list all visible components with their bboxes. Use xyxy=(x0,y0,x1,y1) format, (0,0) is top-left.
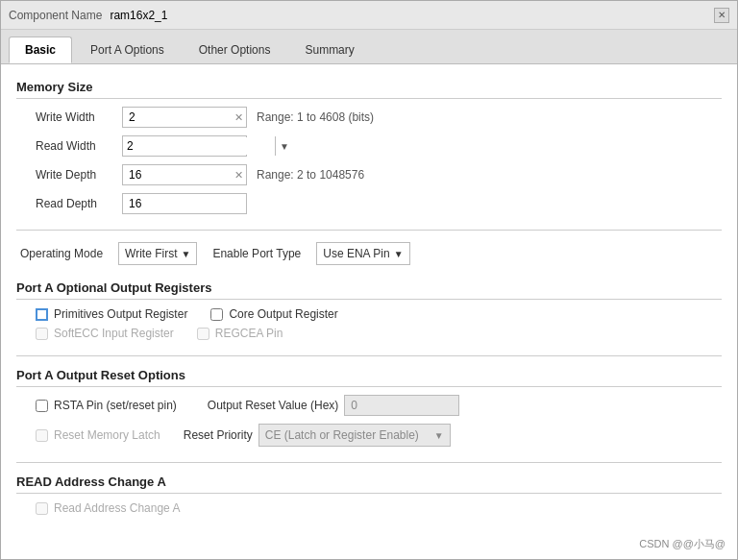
enable-port-type-label: Enable Port Type xyxy=(212,247,301,260)
optional-registers-row2: SoftECC Input Register REGCEA Pin xyxy=(16,327,722,340)
rsta-label: RSTA Pin (set/reset pin) xyxy=(54,399,177,412)
main-window: Component Name ram16x2_1 ✕ Basic Port A … xyxy=(0,0,738,560)
write-depth-clear-icon[interactable]: ✕ xyxy=(234,169,243,182)
rsta-checkbox[interactable] xyxy=(36,400,48,412)
read-width-dropdown-icon[interactable]: ▼ xyxy=(275,136,293,156)
read-address-row: Read Address Change A xyxy=(16,501,722,515)
enable-port-type-value: Use ENA Pin xyxy=(323,247,389,260)
read-depth-input[interactable] xyxy=(122,193,247,214)
soft-ecc-checkbox-item: SoftECC Input Register xyxy=(36,327,174,340)
enable-port-type-select[interactable]: Use ENA Pin ▼ xyxy=(316,242,409,265)
reset-priority-select: CE (Latch or Register Enable) ▼ xyxy=(258,424,451,447)
primitives-output-label: Primitives Output Register xyxy=(54,307,187,321)
output-reset-input xyxy=(344,395,459,416)
tab-port-a-options[interactable]: Port A Options xyxy=(74,37,181,63)
read-width-label: Read Width xyxy=(36,139,122,153)
operating-mode-row: Operating Mode Write First ▼ Enable Port… xyxy=(16,242,722,265)
optional-registers-row1: Primitives Output Register Core Output R… xyxy=(16,307,722,321)
read-address-label: Read Address Change A xyxy=(54,501,180,515)
read-width-input-wrapper: ▼ xyxy=(122,135,247,157)
close-button[interactable]: ✕ xyxy=(714,8,729,23)
write-depth-label: Write Depth xyxy=(36,168,122,182)
tab-other-options[interactable]: Other Options xyxy=(183,37,287,63)
memory-size-title: Memory Size xyxy=(16,80,722,99)
write-depth-input[interactable] xyxy=(122,164,247,185)
port-a-reset-section: Port A Output Reset Options RSTA Pin (se… xyxy=(16,368,722,447)
reset-memory-checkbox-item: Reset Memory Latch xyxy=(36,428,160,442)
read-address-title: READ Address Change A xyxy=(16,475,722,494)
read-depth-row: Read Depth xyxy=(16,193,722,214)
operating-mode-value: Write First xyxy=(125,247,177,260)
read-address-section: READ Address Change A Read Address Chang… xyxy=(16,475,722,515)
port-a-optional-section: Port A Optional Output Registers Primiti… xyxy=(16,280,722,340)
read-width-input[interactable] xyxy=(123,137,275,155)
reset-priority-value: CE (Latch or Register Enable) xyxy=(265,428,430,442)
write-depth-hint: Range: 2 to 1048576 xyxy=(257,168,364,182)
read-address-checkbox-item: Read Address Change A xyxy=(36,501,180,515)
reset-memory-checkbox xyxy=(36,429,48,442)
core-output-label: Core Output Register xyxy=(229,307,337,321)
title-label: Component Name xyxy=(9,9,102,22)
close-icon: ✕ xyxy=(718,10,726,20)
reset-priority-arrow-icon: ▼ xyxy=(434,430,444,441)
primitives-output-checkbox[interactable] xyxy=(36,308,48,321)
watermark: CSDN @@小马@ xyxy=(639,537,726,551)
rsta-checkbox-item: RSTA Pin (set/reset pin) xyxy=(36,399,177,412)
write-width-input-wrapper: ✕ xyxy=(122,107,247,128)
main-content: Memory Size Write Width ✕ Range: 1 to 46… xyxy=(1,64,737,559)
write-width-hint: Range: 1 to 4608 (bits) xyxy=(257,110,374,124)
operating-mode-label: Operating Mode xyxy=(20,247,103,260)
soft-ecc-checkbox xyxy=(36,328,48,340)
read-depth-label: Read Depth xyxy=(36,197,122,210)
title-bar: Component Name ram16x2_1 ✕ xyxy=(1,1,737,30)
title-value: ram16x2_1 xyxy=(110,9,167,22)
core-output-checkbox-item: Core Output Register xyxy=(210,307,337,321)
write-depth-row: Write Depth ✕ Range: 2 to 1048576 xyxy=(16,164,722,185)
rsta-row: RSTA Pin (set/reset pin) Output Reset Va… xyxy=(16,395,722,416)
write-depth-input-wrapper: ✕ xyxy=(122,164,247,185)
operating-mode-select[interactable]: Write First ▼ xyxy=(118,242,197,265)
reset-priority-label: Reset Priority xyxy=(184,428,253,442)
output-reset-label: Output Reset Value (Hex) xyxy=(208,399,339,412)
write-width-input[interactable] xyxy=(122,107,247,128)
tab-summary[interactable]: Summary xyxy=(288,37,370,63)
write-width-label: Write Width xyxy=(36,110,122,124)
reset-memory-label: Reset Memory Latch xyxy=(54,428,160,442)
regcea-checkbox xyxy=(197,328,209,340)
write-width-clear-icon[interactable]: ✕ xyxy=(234,111,243,124)
primitives-output-checkbox-item: Primitives Output Register xyxy=(36,307,187,321)
port-a-reset-title: Port A Output Reset Options xyxy=(16,368,722,387)
operating-mode-arrow-icon: ▼ xyxy=(182,249,191,259)
write-width-row: Write Width ✕ Range: 1 to 4608 (bits) xyxy=(16,107,722,128)
core-output-checkbox[interactable] xyxy=(210,308,223,321)
port-a-optional-title: Port A Optional Output Registers xyxy=(16,280,722,300)
soft-ecc-label: SoftECC Input Register xyxy=(54,327,174,340)
read-address-checkbox xyxy=(36,502,48,515)
regcea-label: REGCEA Pin xyxy=(215,327,283,340)
tab-bar: Basic Port A Options Other Options Summa… xyxy=(1,30,737,64)
regcea-checkbox-item: REGCEA Pin xyxy=(197,327,283,340)
read-width-row: Read Width ▼ xyxy=(16,135,722,157)
tab-basic[interactable]: Basic xyxy=(9,37,72,63)
memory-size-section: Memory Size Write Width ✕ Range: 1 to 46… xyxy=(16,80,722,214)
enable-port-type-arrow-icon: ▼ xyxy=(394,249,404,259)
reset-priority-row: Reset Memory Latch Reset Priority CE (La… xyxy=(16,424,722,447)
